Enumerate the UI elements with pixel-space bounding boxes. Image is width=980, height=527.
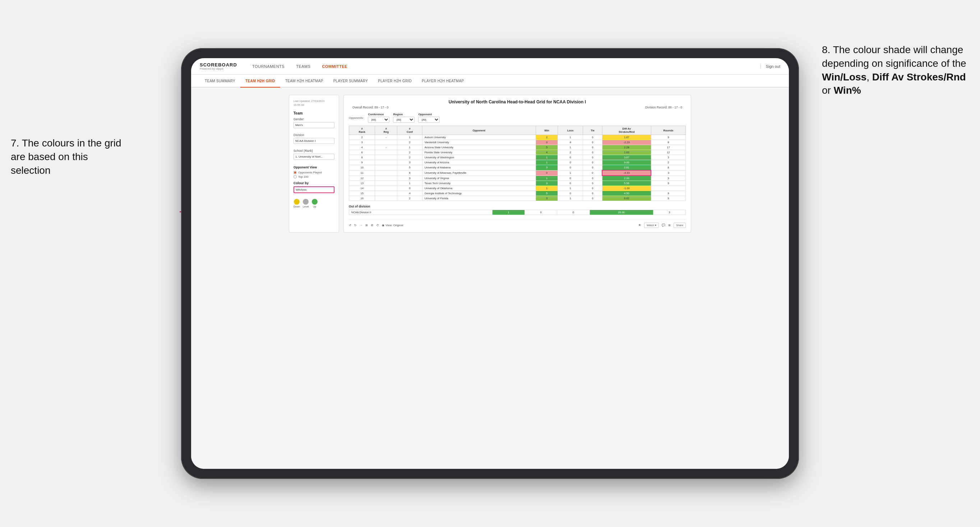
cell-reg: - bbox=[375, 135, 397, 140]
cell-loss: 1 bbox=[558, 186, 583, 191]
cell-tie: 0 bbox=[583, 145, 603, 150]
sub-nav-team-h2h-heatmap[interactable]: TEAM H2H HEATMAP bbox=[280, 75, 328, 87]
colour-legend: Down Level Up bbox=[293, 199, 334, 208]
grid-toolbar: ↺ ↻ → ⊞ ⚙ ⏱ ◉ View: Original 👁 Watch ▾ bbox=[349, 219, 686, 228]
cell-reg bbox=[375, 181, 397, 186]
cell-reg bbox=[375, 186, 397, 191]
cell-rounds: 3 bbox=[651, 155, 686, 160]
cell-reg bbox=[375, 191, 397, 196]
cell-rank: 9 bbox=[349, 160, 375, 165]
th-diff: Diff AvStrokes/Rnd bbox=[602, 126, 651, 135]
cell-rank: 10 bbox=[349, 165, 375, 170]
cell-win: 3 bbox=[536, 196, 558, 201]
cell-diff: 2.33 bbox=[602, 176, 651, 181]
table-row: 6 2 Florida State University 4 2 0 1.83 … bbox=[349, 150, 686, 155]
cell-rounds: 2 bbox=[651, 160, 686, 165]
cell-diff: -2.29 bbox=[602, 140, 651, 145]
cell-tie: 0 bbox=[583, 140, 603, 145]
app-logo-sub: Powered by clippd bbox=[200, 67, 237, 70]
opponent-view-title: Opponent View bbox=[293, 165, 334, 169]
nav-item-tournaments[interactable]: TOURNAMENTS bbox=[247, 62, 290, 71]
filter-row: Opponents: Conference (All) Region (All) bbox=[349, 113, 686, 123]
conference-label: Conference bbox=[368, 113, 390, 116]
division-record: Division Record: 88 - 17 - 0 bbox=[645, 106, 682, 109]
sub-nav-player-h2h-grid[interactable]: PLAYER H2H GRID bbox=[373, 75, 417, 87]
legend-level: Level bbox=[303, 199, 309, 208]
watch-button[interactable]: Watch ▾ bbox=[644, 222, 659, 228]
grid-title: University of North Carolina Head-to-Hea… bbox=[349, 100, 686, 105]
table-row: 10 5 University of Alabama 3 0 0 2.61 8 bbox=[349, 165, 686, 170]
cell-diff: 2.28 bbox=[602, 145, 651, 150]
sub-nav-player-h2h-heatmap[interactable]: PLAYER H2H HEATMAP bbox=[417, 75, 469, 87]
school-select[interactable]: 1. University of Nort... bbox=[293, 154, 334, 160]
cell-tie: 0 bbox=[583, 155, 603, 160]
opponent-label: Opponent bbox=[418, 113, 440, 116]
legend-up: Up bbox=[312, 199, 318, 208]
share-button[interactable]: Share bbox=[674, 222, 686, 228]
cell-opponent: Vanderbilt University bbox=[422, 140, 536, 145]
redo-icon[interactable]: ↻ bbox=[354, 224, 357, 227]
grid-records: Overall Record: 89 - 17 - 0 Division Rec… bbox=[349, 106, 686, 109]
conference-select[interactable]: (All) bbox=[368, 117, 390, 123]
th-rounds: Rounds bbox=[651, 126, 686, 135]
crop-icon[interactable]: ⊞ bbox=[365, 224, 368, 227]
th-conf: #Conf bbox=[397, 126, 422, 135]
sub-nav-team-h2h-grid[interactable]: TEAM H2H GRID bbox=[240, 75, 280, 87]
cell-rounds: 3 bbox=[651, 170, 686, 176]
app-navbar: SCOREBOARD Powered by clippd TOURNAMENTS… bbox=[191, 58, 789, 75]
radio-label-opponents: Opponents Played bbox=[298, 171, 322, 174]
cell-rounds: 8 bbox=[651, 165, 686, 170]
cell-loss: 0 bbox=[558, 191, 583, 196]
cell-rank: 2 bbox=[349, 135, 375, 140]
opponent-filter: Opponent (All) bbox=[418, 113, 440, 123]
cell-reg: - bbox=[375, 145, 397, 150]
h2h-table: #Rank #Reg #Conf Opponent Win Loss Tie D… bbox=[349, 125, 686, 201]
gender-select[interactable]: Men's bbox=[293, 122, 334, 128]
left-annotation: 7. The colours in the grid are based on … bbox=[11, 137, 126, 177]
cell-opponent: University of Oklahoma bbox=[422, 186, 536, 191]
cell-tie: 0 bbox=[583, 150, 603, 155]
sign-out-button[interactable]: Sign out bbox=[760, 64, 780, 68]
cell-rounds: 9 bbox=[651, 135, 686, 140]
colour-by-select[interactable]: Win/loss bbox=[293, 186, 334, 193]
cell-reg bbox=[375, 176, 397, 181]
cell-tie: 0 bbox=[583, 135, 603, 140]
cell-rank: 11 bbox=[349, 170, 375, 176]
conference-filter: Conference (All) bbox=[368, 113, 390, 123]
cell-rank: 14 bbox=[349, 186, 375, 191]
cell-win: 3 bbox=[536, 181, 558, 186]
opponent-select[interactable]: (All) bbox=[418, 117, 440, 123]
sub-nav-team-summary[interactable]: TEAM SUMMARY bbox=[200, 75, 240, 87]
cell-conf: 5 bbox=[397, 165, 422, 170]
radio-opponents-played[interactable]: Opponents Played bbox=[293, 171, 334, 174]
cell-conf: 2 bbox=[397, 155, 422, 160]
forward-icon[interactable]: → bbox=[360, 224, 363, 227]
cell-loss: 1 bbox=[558, 145, 583, 150]
cell-reg bbox=[375, 196, 397, 201]
cell-reg bbox=[375, 165, 397, 170]
cell-opponent: University of Florida bbox=[422, 196, 536, 201]
undo-icon[interactable]: ↺ bbox=[349, 224, 352, 227]
radio-dot-opponents bbox=[293, 171, 297, 174]
legend-level-circle bbox=[303, 199, 309, 205]
cell-win: 1 bbox=[536, 155, 558, 160]
cell-win: 1 bbox=[536, 160, 558, 165]
nav-item-committee[interactable]: COMMITTEE bbox=[317, 62, 353, 71]
grid-panel: University of North Carolina Head-to-Hea… bbox=[344, 95, 691, 233]
table-row: 3 2 Vanderbilt University 0 4 0 -2.29 8 bbox=[349, 140, 686, 145]
sub-nav-player-summary[interactable]: PLAYER SUMMARY bbox=[328, 75, 373, 87]
legend-down-label: Down bbox=[293, 205, 300, 208]
cell-reg bbox=[375, 160, 397, 165]
region-select[interactable]: (All) bbox=[393, 117, 415, 123]
radio-top100[interactable]: Top 100 bbox=[293, 175, 334, 178]
settings-icon[interactable]: ⚙ bbox=[371, 224, 373, 227]
main-content: Last Updated: 27/03/2024 16:55:38 Team G… bbox=[191, 87, 789, 469]
cell-win: 0 bbox=[536, 140, 558, 145]
division-select[interactable]: NCAA Division I bbox=[293, 138, 334, 144]
radio-label-top100: Top 100 bbox=[298, 175, 308, 178]
cell-rank: 13 bbox=[349, 181, 375, 186]
nav-item-teams[interactable]: TEAMS bbox=[291, 62, 315, 71]
cell-win: 5 bbox=[536, 191, 558, 196]
gender-label: Gender bbox=[293, 117, 334, 121]
cell-tie: 0 bbox=[583, 191, 603, 196]
